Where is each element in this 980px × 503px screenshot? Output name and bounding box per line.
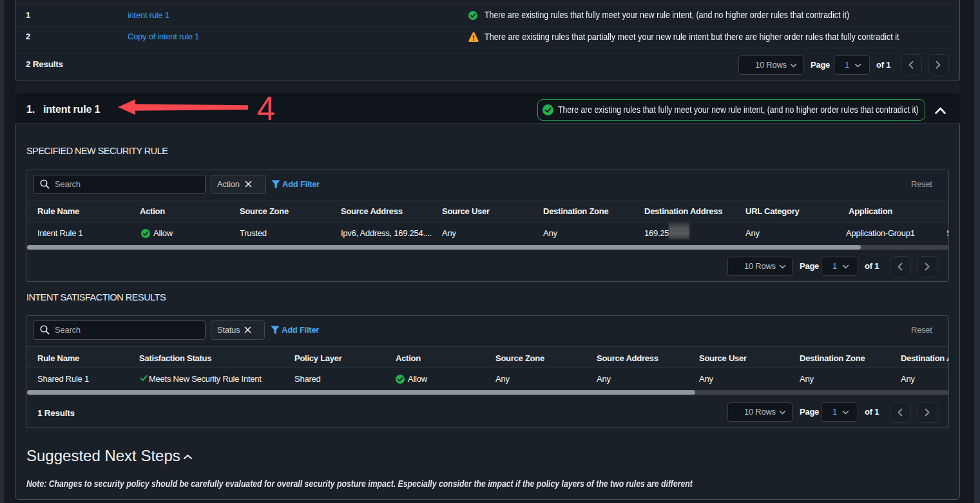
svg-text:4: 4 — [257, 95, 275, 124]
